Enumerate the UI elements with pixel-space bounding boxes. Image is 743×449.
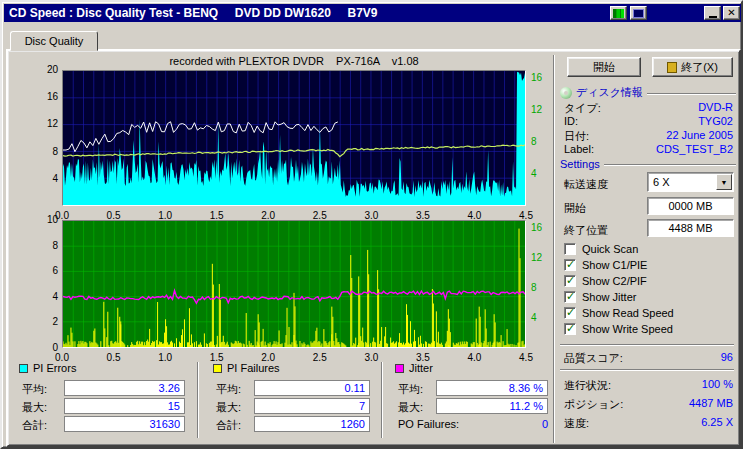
axis-tick-label: 4 [26, 173, 58, 185]
window-title: CD Speed : Disc Quality Test - BENQ DVD … [9, 6, 378, 20]
checkbox-box[interactable] [564, 291, 576, 303]
disc-label-label: Label: [564, 143, 594, 155]
axis-tick-label: 8 [26, 240, 58, 252]
axis-tick-label: 16 [531, 72, 555, 84]
disk-icon [633, 9, 644, 18]
checkbox-quick-scan[interactable]: Quick Scan [564, 242, 638, 255]
stat-value: 1260 [341, 418, 365, 430]
checkbox-box[interactable] [564, 275, 576, 287]
checkbox-box[interactable] [564, 307, 576, 319]
pi-errors-swatch [19, 364, 28, 373]
stat-value: 0.11 [344, 382, 365, 394]
speed-select[interactable]: 6 X ▼ [647, 172, 734, 192]
divider [197, 362, 199, 438]
divider [604, 164, 736, 166]
stat-label: 最大: [22, 400, 47, 415]
stat-label: 最大: [398, 400, 423, 415]
divider [560, 344, 734, 346]
jitter-swatch [395, 364, 404, 373]
checkbox-label: Show Read Speed [582, 307, 674, 319]
axis-tick-label: 8 [531, 282, 555, 294]
axis-tick-label: 12 [531, 104, 555, 116]
settings-title: Settings [560, 158, 600, 170]
axis-tick-label: 16 [531, 222, 555, 234]
stat-label: 平均: [216, 382, 241, 397]
close-button[interactable]: ✕ [723, 6, 740, 20]
po-failures-value: 0 [436, 418, 548, 430]
axis-tick-label: 2 [26, 316, 58, 328]
save-tool-icon[interactable] [630, 6, 647, 20]
pi-failures-jitter-plot [62, 220, 526, 348]
disc-icon [560, 87, 572, 99]
speed-readout-label: 速度: [564, 416, 589, 431]
speed-select-value: 6 X [653, 176, 670, 188]
disc-id-label: ID: [564, 115, 578, 127]
axis-tick-label: 8 [531, 136, 555, 148]
stat-value: 3.26 [159, 382, 180, 394]
tab-disc-quality[interactable]: Disc Quality [10, 31, 98, 51]
chart-tool-icon[interactable] [610, 6, 627, 20]
axis-tick-label: 8 [26, 146, 58, 158]
checkbox-box[interactable] [564, 243, 576, 255]
axis-tick-label: 1.5 [205, 210, 229, 222]
start-button[interactable]: 開始 [567, 57, 641, 77]
axis-tick-label: 12 [26, 118, 58, 130]
chevron-down-icon[interactable]: ▼ [716, 174, 732, 190]
exit-button-label: 終了(X) [681, 60, 718, 75]
checkbox-box[interactable] [564, 323, 576, 335]
stat-value-box: 15 [64, 398, 185, 414]
divider [560, 369, 734, 371]
tab-label: Disc Quality [25, 35, 84, 47]
stat-value: 11.2 % [510, 400, 543, 412]
checkbox-label: Show Write Speed [582, 323, 673, 335]
chart-icon [613, 9, 624, 18]
axis-tick-label: 2.0 [256, 352, 280, 364]
axis-tick-label: 2.5 [308, 352, 332, 364]
position-value: 4487 MB [602, 397, 733, 409]
axis-tick-label: 10 [26, 214, 58, 226]
axis-tick-label: 4 [531, 312, 555, 324]
start-button-label: 開始 [593, 60, 615, 75]
exit-button[interactable]: 終了(X) [652, 57, 733, 77]
start-position-input[interactable] [647, 197, 734, 215]
stat-value: 7 [359, 400, 365, 412]
speed-readout-value: 6.25 X [602, 416, 733, 428]
axis-tick-label: 1.0 [153, 352, 177, 364]
checkbox-show-c1-pie[interactable]: Show C1/PIE [564, 258, 647, 271]
end-position-label: 終了位置 [564, 223, 608, 238]
axis-tick-label: 1.5 [205, 352, 229, 364]
app-window: CD Speed : Disc Quality Test - BENQ DVD … [0, 0, 743, 449]
axis-tick-label: 4.5 [514, 352, 538, 364]
stat-value-box: 1260 [254, 416, 370, 432]
disc-date-label: 日付: [564, 129, 589, 144]
checkbox-show-c2-pif[interactable]: Show C2/PIF [564, 274, 647, 287]
checkbox-label: Show C2/PIF [582, 275, 647, 287]
axis-tick-label: 1.0 [153, 210, 177, 222]
end-position-input[interactable] [647, 219, 734, 237]
stat-value-box: 8.36 % [436, 380, 548, 396]
checkbox-show-write-speed[interactable]: Show Write Speed [564, 322, 673, 335]
stat-value: 8.36 % [509, 382, 543, 394]
speed-label: 転送速度 [564, 177, 608, 192]
axis-tick-label: 0.0 [50, 352, 74, 364]
stat-value-box: 0.11 [254, 380, 370, 396]
disc-info-title: ディスク情報 [576, 85, 643, 100]
checkbox-show-read-speed[interactable]: Show Read Speed [564, 306, 674, 319]
stat-label: 最大: [216, 400, 241, 415]
checkbox-label: Quick Scan [582, 243, 638, 255]
axis-tick-label: 3.5 [411, 210, 435, 222]
stat-value-box: 11.2 % [436, 398, 548, 414]
axis-tick-label: 2.5 [308, 210, 332, 222]
axis-tick-label: 4 [26, 291, 58, 303]
minimize-icon [709, 16, 717, 18]
checkbox-box[interactable] [564, 259, 576, 271]
stat-label: 平均: [22, 382, 47, 397]
quality-score-value: 96 [602, 351, 733, 363]
progress-value: 100 % [602, 378, 733, 390]
disc-date-value: 22 June 2005 [602, 129, 733, 141]
axis-tick-label: 3.5 [411, 352, 435, 364]
axis-tick-label: 2.0 [256, 210, 280, 222]
checkbox-show-jitter[interactable]: Show Jitter [564, 290, 636, 303]
minimize-button[interactable] [704, 6, 721, 20]
disc-id-value: TYG02 [602, 115, 733, 127]
